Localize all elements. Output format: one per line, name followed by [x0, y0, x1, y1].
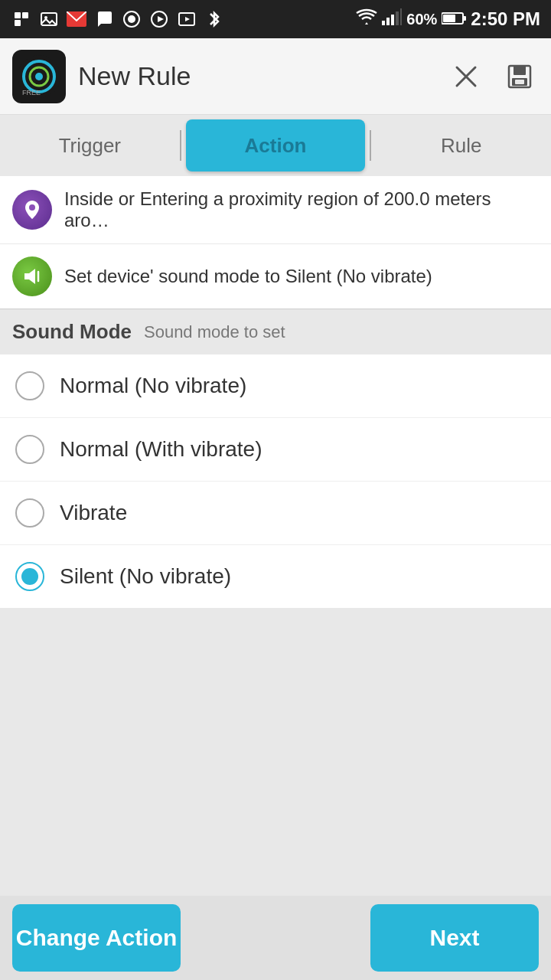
radio-silent-no-vibrate [15, 562, 44, 591]
sound-icon [12, 256, 52, 296]
tab-divider-1 [180, 130, 181, 161]
option-label-vibrate: Vibrate [60, 501, 127, 525]
play-icon [148, 8, 170, 30]
svg-rect-2 [15, 20, 21, 26]
tab-bar: Trigger Action Rule [0, 115, 551, 176]
status-bar: 60% 2:50 PM [0, 0, 551, 38]
main-content: Inside or Entering a proximity region of… [0, 176, 551, 896]
svg-rect-0 [15, 12, 21, 18]
page-title: New Rule [78, 61, 447, 91]
status-right: 60% 2:50 PM [356, 8, 540, 30]
option-label-normal-with-vibrate: Normal (With vibrate) [60, 437, 262, 462]
notification-icon [11, 8, 32, 30]
option-vibrate[interactable]: Vibrate [0, 482, 551, 545]
svg-rect-14 [391, 15, 394, 25]
radio-vibrate [15, 498, 44, 528]
svg-marker-32 [24, 269, 35, 284]
app-bar-actions [447, 57, 539, 96]
radio-normal-no-vibrate [15, 371, 44, 400]
location-icon [12, 190, 52, 230]
battery-text: 60% [406, 11, 437, 28]
radio-inner-selected [21, 568, 38, 585]
svg-rect-1 [22, 12, 28, 18]
bluetooth-icon [204, 8, 225, 30]
change-action-button[interactable]: Change Action [12, 904, 181, 972]
media-icon [176, 8, 197, 30]
close-button[interactable] [447, 57, 485, 96]
sound-mode-title: Sound Mode [12, 320, 132, 344]
svg-point-7 [128, 15, 135, 23]
status-icons [11, 8, 225, 30]
trigger-text: Inside or Entering a proximity region of… [64, 188, 539, 231]
option-label-silent-no-vibrate: Silent (No vibrate) [60, 564, 231, 589]
svg-text:FREE: FREE [22, 89, 41, 96]
action-text: Set device' sound mode to Silent (No vib… [64, 266, 539, 287]
tab-trigger[interactable]: Trigger [0, 115, 180, 176]
time: 2:50 PM [471, 8, 540, 30]
svg-rect-15 [396, 11, 399, 25]
svg-point-23 [35, 73, 43, 80]
svg-rect-30 [515, 80, 524, 84]
wifi-icon [356, 8, 377, 30]
svg-rect-13 [386, 18, 390, 25]
bottom-bar: Change Action Next [0, 896, 551, 980]
svg-point-31 [29, 204, 35, 211]
signal-icon [382, 8, 402, 30]
svg-rect-18 [463, 16, 466, 21]
option-label-normal-no-vibrate: Normal (No vibrate) [60, 374, 246, 398]
action-info-row: Set device' sound mode to Silent (No vib… [0, 244, 551, 309]
next-button[interactable]: Next [370, 904, 539, 972]
sound-mode-subtitle: Sound mode to set [144, 322, 285, 342]
trigger-info-row: Inside or Entering a proximity region of… [0, 176, 551, 244]
svg-marker-11 [185, 17, 190, 21]
option-silent-no-vibrate[interactable]: Silent (No vibrate) [0, 545, 551, 608]
app-bar: FREE New Rule [0, 38, 551, 115]
radio-normal-with-vibrate [15, 435, 44, 464]
svg-rect-12 [382, 21, 385, 25]
svg-marker-9 [158, 16, 164, 22]
info-section: Inside or Entering a proximity region of… [0, 176, 551, 309]
option-normal-no-vibrate[interactable]: Normal (No vibrate) [0, 354, 551, 418]
svg-rect-19 [443, 15, 455, 22]
svg-rect-16 [400, 8, 402, 25]
gmail-icon [66, 8, 87, 30]
sound-mode-header: Sound Mode Sound mode to set [0, 309, 551, 354]
record-icon [121, 8, 142, 30]
svg-rect-28 [514, 66, 526, 75]
tab-action[interactable]: Action [186, 119, 366, 172]
battery-icon [442, 8, 466, 30]
empty-area [0, 608, 551, 896]
image-icon [38, 8, 60, 30]
app-logo: FREE [12, 50, 66, 103]
tab-rule[interactable]: Rule [371, 115, 551, 176]
options-list: Normal (No vibrate) Normal (With vibrate… [0, 354, 551, 608]
option-normal-with-vibrate[interactable]: Normal (With vibrate) [0, 418, 551, 482]
save-button[interactable] [500, 57, 539, 96]
chat-icon [93, 8, 115, 30]
